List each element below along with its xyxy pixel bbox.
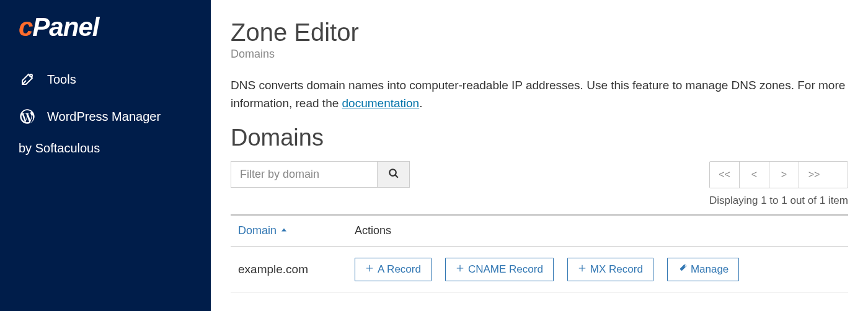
sort-asc-icon [280,224,288,237]
plus-icon [578,263,587,276]
logo[interactable]: cPanel [0,12,211,55]
logo-c-icon: c [19,12,32,42]
display-info: Displaying 1 to 1 out of 1 item [709,195,848,207]
plus-icon [365,263,374,276]
logo-brand-text: Panel [32,12,99,42]
add-cname-record-button[interactable]: CNAME Record [445,258,554,281]
tools-icon [19,71,36,88]
domain-cell: example.com [231,263,355,276]
main-content: Zone Editor Domains DNS converts domain … [211,0,868,311]
add-mx-record-button[interactable]: MX Record [567,258,653,281]
column-domain-label: Domain [238,224,277,237]
wrench-icon [678,263,687,276]
actions-cell: A Record CNAME Record MX Record [355,258,848,281]
pagination-prev[interactable]: < [740,162,769,188]
table-header: Domain Actions [231,214,848,247]
column-header-actions: Actions [355,224,848,237]
svg-line-2 [395,175,398,178]
manage-button[interactable]: Manage [667,258,739,281]
filter-domain-input[interactable] [231,162,377,187]
button-label: A Record [378,263,421,276]
svg-point-0 [30,74,32,77]
wordpress-icon [19,108,36,125]
pagination-first[interactable]: << [710,162,740,188]
documentation-link[interactable]: documentation [342,97,420,110]
column-header-domain[interactable]: Domain [231,224,355,237]
button-label: MX Record [590,263,643,276]
pagination: << < > >> [709,161,848,188]
sidebar-item-tools[interactable]: Tools [0,61,211,98]
button-label: Manage [691,263,728,276]
page-description: DNS converts domain names into computer-… [231,77,848,112]
sidebar-by-line: by Softaculous [0,135,211,162]
domains-table: Domain Actions example.com A Record [231,214,848,293]
add-a-record-button[interactable]: A Record [355,258,432,281]
search-button[interactable] [377,162,409,187]
domains-toolbar: << < > >> Displaying 1 to 1 out of 1 ite… [231,161,848,207]
table-row: example.com A Record CNAME Record [231,247,848,293]
sidebar: cPanel Tools WordPress Manager by Softac… [0,0,211,311]
domains-heading: Domains [231,125,848,151]
description-text: DNS converts domain names into computer-… [231,79,845,110]
sidebar-item-wordpress[interactable]: WordPress Manager [0,98,211,135]
sidebar-item-label: WordPress Manager [47,110,161,124]
plus-icon [456,263,464,276]
description-after: . [419,97,422,110]
pagination-next[interactable]: > [769,162,799,188]
svg-point-1 [389,169,396,176]
search-icon [388,168,399,181]
search-group [231,161,410,188]
page-title: Zone Editor [231,19,848,46]
breadcrumb: Domains [231,48,848,61]
sidebar-item-label: Tools [47,72,76,87]
pagination-last[interactable]: >> [799,162,829,188]
button-label: CNAME Record [468,263,543,276]
